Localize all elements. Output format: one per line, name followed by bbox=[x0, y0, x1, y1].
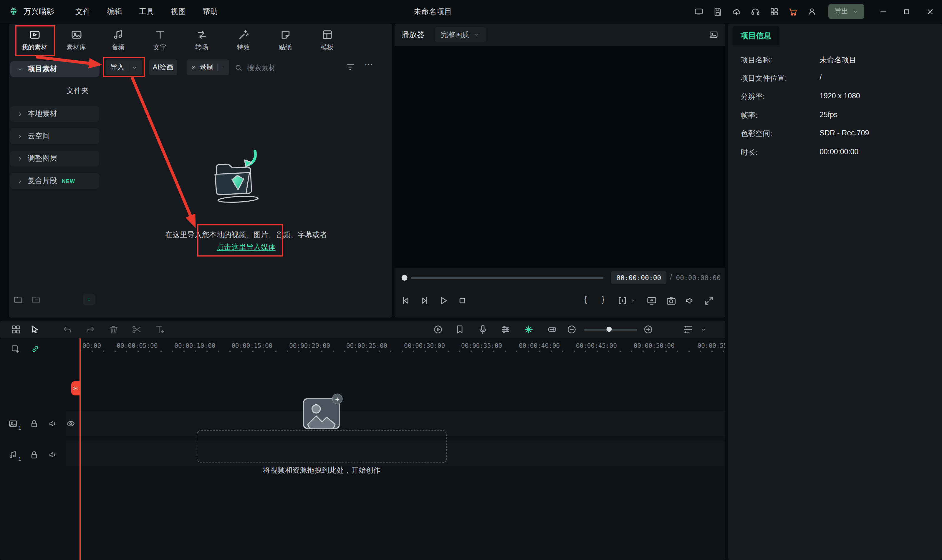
import-media-link[interactable]: 点击这里导入媒体 bbox=[100, 243, 392, 252]
smart-edit-sparkle-icon[interactable] bbox=[523, 324, 534, 335]
menu-edit[interactable]: 编辑 bbox=[99, 0, 131, 23]
import-button[interactable]: 导入 bbox=[105, 60, 142, 75]
media-view-toggle-icon[interactable] bbox=[11, 324, 21, 335]
timeline-toolbar bbox=[0, 321, 725, 338]
video-viewport[interactable] bbox=[395, 46, 726, 268]
cart-icon[interactable] bbox=[783, 0, 802, 23]
sidebar-item-folder[interactable]: 文件夹 bbox=[10, 83, 100, 99]
link-clips-icon[interactable] bbox=[31, 344, 40, 354]
stock-media-icon bbox=[70, 29, 82, 40]
export-button[interactable]: 导出 bbox=[828, 4, 864, 19]
account-icon[interactable] bbox=[802, 0, 821, 23]
undo-icon[interactable] bbox=[62, 324, 73, 335]
quality-select[interactable]: 完整画质 bbox=[435, 27, 486, 42]
compare-view-icon[interactable] bbox=[709, 30, 718, 39]
speaker-icon[interactable] bbox=[685, 295, 695, 306]
tab-templates[interactable]: 模板 bbox=[306, 23, 348, 57]
add-clip-icon[interactable] bbox=[11, 344, 20, 354]
lock-icon[interactable] bbox=[29, 450, 39, 460]
mute-speaker-icon[interactable] bbox=[48, 450, 58, 460]
select-tool-icon[interactable] bbox=[29, 324, 40, 335]
support-headset-icon[interactable] bbox=[746, 0, 765, 23]
collapse-sidebar-button[interactable] bbox=[83, 294, 95, 305]
timeline-body: 00:00 00:00:05:00 00:00:10:00 00:00:15:0… bbox=[0, 338, 725, 560]
playhead-line[interactable] bbox=[80, 338, 80, 560]
hide-eye-icon[interactable] bbox=[66, 419, 76, 428]
fullscreen-icon[interactable] bbox=[703, 295, 714, 306]
info-row-name: 项目名称: 未命名项目 bbox=[728, 51, 942, 69]
lock-icon[interactable] bbox=[29, 419, 39, 428]
tab-effects[interactable]: 特效 bbox=[223, 23, 264, 57]
progress-track[interactable] bbox=[411, 277, 604, 278]
marker-icon[interactable] bbox=[455, 324, 465, 335]
next-frame-icon[interactable] bbox=[419, 295, 430, 306]
render-preview-icon[interactable] bbox=[433, 324, 444, 335]
screen-mirror-icon[interactable] bbox=[646, 295, 657, 306]
search-input[interactable] bbox=[247, 63, 318, 71]
redo-icon[interactable] bbox=[85, 324, 96, 335]
record-button[interactable]: 录制 bbox=[187, 60, 229, 75]
timeline-dropzone[interactable] bbox=[197, 430, 447, 463]
menu-help[interactable]: 帮助 bbox=[194, 0, 226, 23]
tab-stock-media[interactable]: 素材库 bbox=[56, 23, 97, 57]
save-icon[interactable] bbox=[708, 0, 727, 23]
ruler-label: 00:00:05:00 bbox=[117, 342, 157, 349]
ruler-ticks[interactable] bbox=[80, 351, 725, 352]
apps-grid-icon[interactable] bbox=[765, 0, 783, 23]
sidebar-item-adjust-layer[interactable]: 调整图层 bbox=[10, 151, 100, 166]
ai-paint-button[interactable]: AI绘画 bbox=[149, 60, 177, 75]
menu-view[interactable]: 视图 bbox=[163, 0, 194, 23]
menu-tools[interactable]: 工具 bbox=[131, 0, 163, 23]
tab-audio[interactable]: 音频 bbox=[97, 23, 139, 57]
minimize-button[interactable] bbox=[871, 0, 895, 23]
play-icon[interactable] bbox=[438, 295, 449, 306]
info-row-location: 项目文件位置: / bbox=[728, 69, 942, 87]
menu-file[interactable]: 文件 bbox=[67, 0, 99, 23]
tab-my-media[interactable]: 我的素材 bbox=[14, 23, 56, 57]
chevron-down-icon[interactable] bbox=[700, 327, 706, 332]
mark-out-icon[interactable]: } bbox=[601, 294, 604, 304]
previous-frame-icon[interactable] bbox=[401, 295, 411, 306]
player-progress: 00:00:00:00 / 00:00:00:00 bbox=[395, 268, 726, 288]
more-icon[interactable]: ⋯ bbox=[365, 59, 374, 69]
add-text-icon[interactable] bbox=[154, 324, 165, 335]
tab-project-info[interactable]: 项目信息 bbox=[732, 26, 779, 45]
snapshot-camera-icon[interactable] bbox=[666, 295, 677, 306]
playhead-scissors-handle[interactable]: ✂ bbox=[71, 382, 80, 395]
sidebar-item-cloud[interactable]: 云空间 bbox=[10, 128, 100, 144]
sidebar-item-local-media[interactable]: 本地素材 bbox=[10, 106, 100, 122]
chevron-down-icon[interactable] bbox=[630, 298, 636, 304]
progress-handle[interactable] bbox=[402, 275, 407, 281]
in-out-range-icon[interactable] bbox=[617, 295, 627, 306]
sidebar-item-compound-clip[interactable]: 复合片段 NEW bbox=[10, 173, 100, 189]
sidebar-item-project-media[interactable]: 项目素材 bbox=[10, 61, 100, 77]
split-scissors-icon[interactable] bbox=[131, 324, 142, 335]
filter-icon[interactable] bbox=[346, 62, 355, 72]
auto-ripple-icon[interactable] bbox=[547, 324, 557, 335]
cloud-upload-icon[interactable] bbox=[727, 0, 746, 23]
divider bbox=[128, 63, 128, 71]
audio-track-icon bbox=[8, 450, 18, 460]
tab-stickers[interactable]: 贴纸 bbox=[264, 23, 306, 57]
display-mode-icon[interactable] bbox=[689, 0, 708, 23]
stop-icon[interactable] bbox=[457, 295, 468, 306]
close-button[interactable] bbox=[919, 0, 942, 23]
track-manager-icon[interactable] bbox=[683, 324, 694, 335]
chevron-right-icon bbox=[17, 133, 23, 139]
zoom-slider-handle[interactable] bbox=[606, 327, 612, 332]
audio-mixer-icon[interactable] bbox=[500, 324, 511, 335]
media-tabs: 我的素材 素材库 音频 文字 转场 特效 bbox=[14, 23, 348, 57]
zoom-in-icon[interactable] bbox=[643, 324, 654, 335]
voiceover-mic-icon[interactable] bbox=[478, 324, 488, 335]
delete-icon[interactable] bbox=[108, 324, 119, 335]
maximize-button[interactable] bbox=[895, 0, 919, 23]
tab-text[interactable]: 文字 bbox=[139, 23, 181, 57]
mute-speaker-icon[interactable] bbox=[48, 419, 58, 428]
new-folder-icon[interactable] bbox=[14, 295, 23, 304]
transition-icon bbox=[196, 29, 208, 40]
add-media-badge[interactable]: + bbox=[332, 394, 343, 404]
tab-transition[interactable]: 转场 bbox=[181, 23, 223, 57]
zoom-out-icon[interactable] bbox=[566, 324, 577, 335]
delete-folder-icon[interactable] bbox=[31, 295, 41, 304]
mark-in-icon[interactable]: { bbox=[584, 294, 587, 304]
